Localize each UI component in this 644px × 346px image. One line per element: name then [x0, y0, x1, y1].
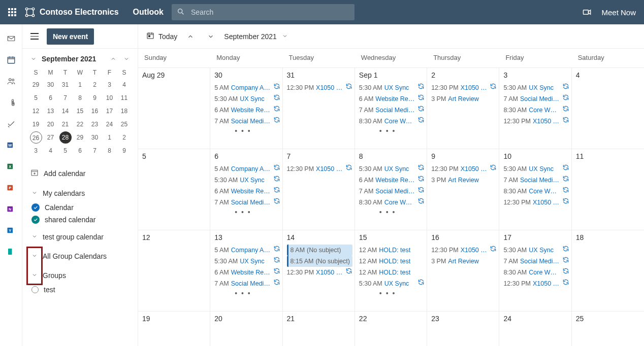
- mini-cal-day[interactable]: 21: [59, 118, 72, 130]
- event-item[interactable]: 5:30 AMUX Sync: [359, 82, 425, 93]
- event-item[interactable]: 12:30 PMX1050 Marketing: [287, 267, 352, 278]
- event-item[interactable]: 7 AMSocial Media Check: [359, 105, 425, 116]
- event-item[interactable]: 5:30 AMUX Sync: [214, 175, 280, 186]
- mini-cal-prev-button[interactable]: [108, 56, 118, 62]
- mini-cal-day[interactable]: 1: [74, 79, 86, 91]
- rail-calendar-icon[interactable]: [3, 55, 19, 65]
- new-event-button[interactable]: New event: [47, 28, 94, 45]
- meet-now-button[interactable]: Meet Now: [601, 8, 636, 17]
- event-item[interactable]: 8:15 AM(No subject): [287, 256, 352, 267]
- mini-cal-day[interactable]: 30: [89, 131, 101, 144]
- event-item[interactable]: 6 AMWebsite Review: [359, 175, 425, 186]
- event-item[interactable]: 5:30 AMUX Sync: [214, 93, 280, 105]
- mini-cal-day[interactable]: 3: [30, 145, 42, 157]
- event-item[interactable]: 3 PMArt Review: [431, 93, 497, 105]
- more-events-button[interactable]: • • •: [359, 289, 425, 297]
- mini-cal-day[interactable]: 2: [118, 131, 131, 144]
- mini-cal-day[interactable]: 6: [45, 92, 57, 104]
- calendar-list-item[interactable]: shared calendar: [28, 214, 132, 226]
- calendar-list-item[interactable]: test: [28, 284, 132, 296]
- day-cell[interactable]: Aug 29: [138, 68, 210, 149]
- search-input[interactable]: [190, 8, 349, 17]
- day-cell[interactable]: 912:30 PMX1050 Marketing3 PMArt Review: [427, 149, 499, 230]
- event-item[interactable]: 6 AMWebsite Review: [214, 267, 280, 278]
- event-item[interactable]: 7 AMSocial Media Check: [214, 278, 280, 289]
- mini-cal-day[interactable]: 7: [89, 145, 101, 157]
- mini-cal-day[interactable]: 24: [104, 118, 116, 130]
- day-cell[interactable]: 22: [355, 312, 427, 346]
- mini-cal-day[interactable]: 14: [59, 105, 72, 117]
- event-item[interactable]: 6 AMWebsite Review: [359, 93, 425, 105]
- more-events-button[interactable]: • • •: [359, 208, 425, 216]
- event-item[interactable]: 12 AMHOLD: test: [359, 267, 425, 278]
- calendar-section-header[interactable]: My calendars: [28, 185, 132, 201]
- event-item[interactable]: 5:30 AMUX Sync: [214, 256, 280, 267]
- mini-cal-day[interactable]: 23: [89, 118, 101, 130]
- mini-cal-day[interactable]: 11: [118, 92, 131, 104]
- rail-files-icon[interactable]: [3, 97, 19, 108]
- meet-camera-icon[interactable]: [579, 4, 595, 20]
- day-cell[interactable]: 5: [138, 149, 210, 230]
- mini-cal-day[interactable]: 10: [104, 92, 116, 104]
- calendar-section-header[interactable]: Groups: [28, 267, 132, 284]
- app-launcher-button[interactable]: [4, 0, 20, 24]
- mini-cal-day[interactable]: 7: [59, 92, 72, 104]
- day-cell[interactable]: 712:30 PMX1050 Marketing: [283, 149, 355, 230]
- event-item[interactable]: 7 AMSocial Media Check: [503, 256, 569, 267]
- event-item[interactable]: 8:30 AMCore Web Talk: [359, 116, 425, 127]
- day-cell[interactable]: 1612:30 PMX1050 Marketing3 PMArt Review: [427, 230, 499, 312]
- mini-cal-day[interactable]: 28: [59, 131, 72, 144]
- mini-cal-day[interactable]: 20: [45, 118, 57, 130]
- event-item[interactable]: 5:30 AMUX Sync: [503, 163, 569, 175]
- search-box[interactable]: [172, 4, 355, 20]
- rail-powerpoint-icon[interactable]: P: [3, 183, 19, 193]
- today-button[interactable]: Today: [146, 31, 177, 41]
- event-item[interactable]: 8:30 AMCore Web Talk: [503, 186, 569, 197]
- day-cell[interactable]: 24: [499, 312, 571, 346]
- add-calendar-button[interactable]: Add calendar: [28, 164, 132, 182]
- event-item[interactable]: 12:30 PMX1050 Marketing: [287, 82, 352, 93]
- mini-cal-day[interactable]: 5: [30, 92, 42, 104]
- day-cell[interactable]: 12: [138, 230, 210, 312]
- more-events-button[interactable]: • • •: [214, 127, 280, 135]
- event-item[interactable]: 6 AMWebsite Review: [214, 186, 280, 197]
- app-name[interactable]: Outlook: [133, 8, 164, 17]
- event-item[interactable]: 5 AMCompany All Hands: [214, 82, 280, 93]
- event-item[interactable]: 12 AMHOLD: test: [359, 245, 425, 256]
- day-cell[interactable]: 85:30 AMUX Sync6 AMWebsite Review7 AMSoc…: [355, 149, 427, 230]
- event-item[interactable]: 12:30 PMX1050 Marketing: [431, 82, 497, 93]
- mini-cal-day[interactable]: 31: [59, 79, 72, 91]
- rail-onenote-icon[interactable]: N: [3, 204, 19, 214]
- calendar-section-header[interactable]: All Group Calendars: [28, 248, 132, 264]
- day-cell[interactable]: 35:30 AMUX Sync7 AMSocial Media Check8:3…: [499, 68, 571, 149]
- collapse-nav-button[interactable]: [28, 30, 41, 43]
- mini-cal-day[interactable]: 17: [104, 105, 116, 117]
- day-cell[interactable]: 212:30 PMX1050 Marketing3 PMArt Review: [427, 68, 499, 149]
- mini-cal-day[interactable]: 16: [89, 105, 101, 117]
- event-item[interactable]: 12:30 PMX1050 Marketing: [431, 163, 497, 175]
- mini-cal-day[interactable]: 18: [118, 105, 131, 117]
- more-events-button[interactable]: • • •: [214, 208, 280, 216]
- day-cell[interactable]: 148 AM(No subject)8:15 AM(No subject)12:…: [283, 230, 355, 312]
- day-cell[interactable]: 3112:30 PMX1050 Marketing: [283, 68, 355, 149]
- day-cell[interactable]: 1512 AMHOLD: test12 AMHOLD: test12 AMHOL…: [355, 230, 427, 312]
- event-item[interactable]: 12:30 PMX1050 Marketing: [287, 163, 352, 175]
- event-item[interactable]: 8:30 AMCore Web Talk: [503, 267, 569, 278]
- mini-cal-day[interactable]: 12: [30, 105, 42, 117]
- event-item[interactable]: 5:30 AMUX Sync: [359, 163, 425, 175]
- event-item[interactable]: 12:30 PMX1050 Marketing: [431, 245, 497, 256]
- event-item[interactable]: 3 PMArt Review: [431, 256, 497, 267]
- day-cell[interactable]: 20: [210, 312, 282, 346]
- mini-cal-day[interactable]: 27: [45, 131, 57, 144]
- mini-cal-day[interactable]: 30: [45, 79, 57, 91]
- mini-cal-day[interactable]: 29: [74, 131, 86, 144]
- event-item[interactable]: 12:30 PMX1050 Marketing: [503, 197, 569, 208]
- event-item[interactable]: 8:30 AMCore Web Talk: [503, 105, 569, 116]
- calendar-section-header[interactable]: test group calendar: [28, 229, 132, 245]
- event-item[interactable]: 12 AMHOLD: test: [359, 256, 425, 267]
- mini-cal-day[interactable]: 13: [45, 105, 57, 117]
- event-item[interactable]: 7 AMSocial Media Check: [214, 116, 280, 127]
- event-item[interactable]: 3 PMArt Review: [431, 175, 497, 186]
- event-item[interactable]: 5:30 AMUX Sync: [503, 245, 569, 256]
- event-item[interactable]: 8 AM(No subject): [287, 245, 352, 256]
